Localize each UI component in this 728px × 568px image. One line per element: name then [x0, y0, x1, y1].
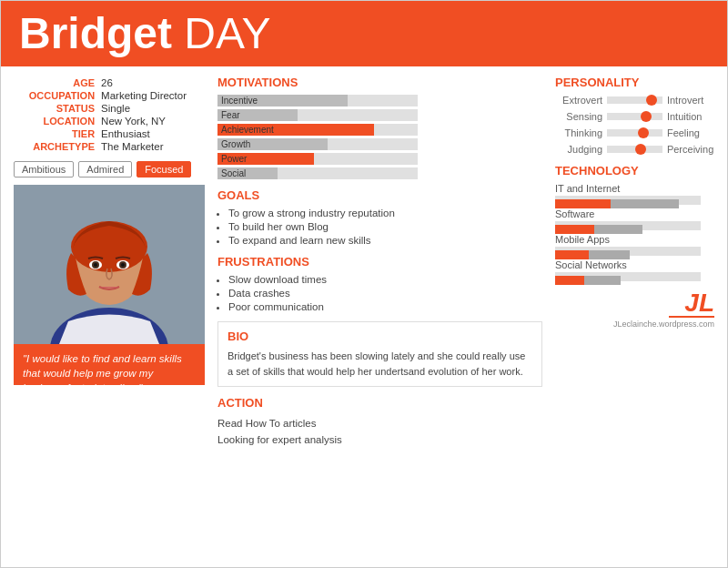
archetype-label: ARCHETYPE [15, 141, 99, 152]
age-value: 26 [101, 77, 203, 88]
personality-row: Judging Perceiving [555, 144, 714, 155]
tech-label: IT and Internet [555, 183, 714, 194]
motivation-label: Power [221, 153, 247, 165]
personality-rows: Extrovert Introvert Sensing Intuition Th… [555, 95, 714, 155]
frustration-item: Slow download times [228, 274, 542, 285]
tech-label: Social Networks [555, 259, 714, 270]
goal-item: To build her own Blog [228, 221, 542, 232]
pers-track [607, 146, 662, 153]
age-label: AGE [15, 77, 99, 88]
pers-left: Extrovert [555, 95, 607, 106]
goal-item: To expand and learn new skills [228, 235, 542, 246]
tech-fill-gray [589, 250, 630, 259]
profile-photo [14, 185, 205, 344]
tier-value: Enthusiast [101, 128, 203, 139]
pers-right: Feeling [662, 127, 714, 138]
pers-right: Perceiving [662, 144, 714, 155]
motivation-label: Fear [221, 109, 240, 121]
bio-text: Bridget's business has been slowing late… [228, 349, 532, 379]
personality-row: Thinking Feeling [555, 127, 714, 138]
tech-fill-orange [555, 250, 589, 259]
pers-right: Intuition [662, 111, 714, 122]
frustrations-list: Slow download timesData crashesPoor comm… [217, 274, 542, 312]
tech-label: Mobile Apps [555, 234, 714, 245]
pers-dot [635, 144, 646, 155]
pers-left: Judging [555, 144, 607, 155]
pers-dot [641, 111, 652, 122]
pers-left: Thinking [555, 127, 607, 138]
quote-box: "I would like to find and learn skills t… [14, 344, 205, 385]
motivation-bar-track: Power [217, 153, 418, 165]
motivation-bar-row: Social [217, 167, 542, 179]
motivation-label: Achievement [221, 124, 274, 136]
goal-item: To grow a strong industry reputation [228, 208, 542, 218]
profile-info: AGE 26 OCCUPATION Marketing Director STA… [14, 76, 205, 154]
pers-right: Introvert [662, 95, 714, 106]
tech-bar-row: Social Networks [555, 259, 714, 281]
last-name: DAY [172, 9, 270, 57]
tech-fill-gray [594, 225, 642, 234]
technology-bars: IT and Internet Software Mobile Apps Soc… [555, 183, 714, 281]
svg-point-10 [121, 263, 125, 267]
occupation-label: OCCUPATION [15, 90, 99, 101]
first-name: Bridget [19, 9, 172, 57]
portrait-svg [14, 185, 205, 344]
svg-point-4 [71, 221, 147, 272]
pers-track [607, 113, 662, 120]
location-label: LOCATION [15, 116, 99, 127]
pers-track [607, 129, 662, 137]
occupation-value: Marketing Director [101, 90, 203, 101]
technology-title: TECHNOLOGY [555, 164, 714, 178]
motivation-bar-row: Fear [217, 109, 542, 121]
motivation-bar-track: Social [217, 167, 418, 179]
tag-admired: Admired [78, 161, 132, 178]
pers-track [607, 96, 662, 104]
motivation-bar-track: Fear [217, 109, 418, 121]
motivation-bars: Incentive Fear Achievement Growth Power … [217, 95, 542, 179]
tech-track [555, 221, 701, 230]
personality-row: Sensing Intuition [555, 111, 714, 122]
tech-fill-orange [555, 225, 594, 234]
frustrations-title: FRUSTRATIONS [217, 255, 542, 269]
frustration-item: Poor communication [228, 301, 542, 312]
logo-jl: JL [555, 290, 714, 316]
personality-title: PERSONALITY [555, 76, 714, 89]
tag-focused: Focused [136, 161, 191, 178]
tech-bar-row: IT and Internet [555, 183, 714, 205]
status-value: Single [101, 103, 203, 114]
personality-row: Extrovert Introvert [555, 95, 714, 106]
header: Bridget DAY [1, 1, 727, 66]
website: JLeclainche.wordpress.com [555, 320, 714, 329]
motivation-bar-row: Incentive [217, 95, 542, 106]
tech-bar-row: Software [555, 208, 714, 230]
motivation-label: Incentive [221, 95, 258, 106]
bio-title: BIO [228, 330, 532, 343]
tech-fill-gray [611, 199, 679, 208]
main-content: AGE 26 OCCUPATION Marketing Director STA… [1, 66, 727, 567]
left-column: AGE 26 OCCUPATION Marketing Director STA… [14, 76, 205, 558]
motivations-title: MOTIVATIONS [217, 76, 542, 89]
motivation-bar-track: Incentive [217, 95, 418, 106]
tech-track [555, 247, 701, 256]
motivation-bar-track: Growth [217, 138, 418, 150]
motivation-bar-row: Achievement [217, 124, 542, 136]
action-title: ACTION [217, 396, 542, 410]
pers-left: Sensing [555, 111, 607, 122]
tech-fill-orange [555, 199, 611, 208]
tech-label: Software [555, 208, 714, 219]
quote-text: "I would like to find and learn skills t… [23, 353, 182, 385]
motivation-bar-row: Power [217, 153, 542, 165]
tag-ambitious: Ambitious [14, 161, 74, 178]
location-value: New York, NY [101, 116, 203, 127]
tier-label: TIER [15, 128, 99, 139]
action-item: Read How To articles [217, 415, 542, 431]
right-column: PERSONALITY Extrovert Introvert Sensing … [555, 76, 714, 558]
archetype-value: The Marketer [101, 141, 203, 152]
tech-bar-row: Mobile Apps [555, 234, 714, 256]
frustration-item: Data crashes [228, 288, 542, 299]
goals-list: To grow a strong industry reputationTo b… [217, 208, 542, 246]
profile-photo-container: "I would like to find and learn skills t… [14, 185, 205, 385]
bio-box: BIO Bridget's business has been slowing … [217, 321, 542, 387]
svg-point-7 [94, 263, 97, 267]
footer-logo: JL JLeclainche.wordpress.com [555, 290, 714, 329]
